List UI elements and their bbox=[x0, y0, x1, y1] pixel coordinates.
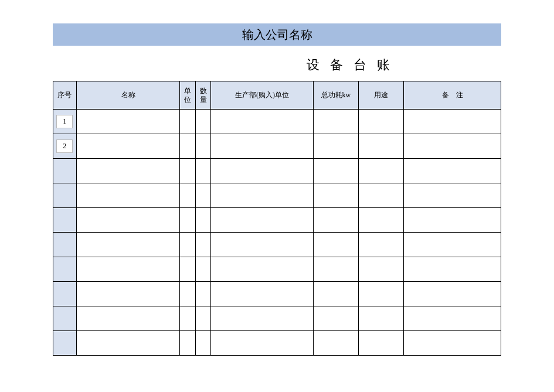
cell-use bbox=[359, 282, 404, 306]
cell-unit bbox=[180, 233, 195, 257]
cell-seq bbox=[53, 208, 77, 233]
cell-use bbox=[359, 110, 404, 134]
cell-name bbox=[76, 110, 180, 134]
cell-name bbox=[76, 257, 180, 282]
header-qty: 数量 bbox=[195, 81, 210, 110]
cell-name bbox=[76, 233, 180, 257]
cell-name bbox=[76, 282, 180, 306]
equipment-ledger-table: 序号 名称 单位 数量 生产部(购入)单位 总功耗kw 用途 备 注 12 bbox=[53, 81, 501, 356]
cell-note bbox=[404, 183, 501, 208]
cell-unit bbox=[180, 159, 195, 183]
cell-seq: 1 bbox=[53, 110, 77, 134]
cell-use bbox=[359, 183, 404, 208]
company-title: 输入公司名称 bbox=[242, 27, 312, 43]
cell-qty bbox=[195, 159, 210, 183]
cell-dept bbox=[211, 257, 313, 282]
cell-unit bbox=[180, 134, 195, 159]
table-row: 2 bbox=[53, 134, 501, 159]
cell-unit bbox=[180, 110, 195, 134]
cell-unit bbox=[180, 183, 195, 208]
header-unit: 单位 bbox=[180, 81, 195, 110]
cell-power bbox=[313, 208, 358, 233]
cell-note bbox=[404, 331, 501, 356]
cell-use bbox=[359, 134, 404, 159]
header-use: 用途 bbox=[359, 81, 404, 110]
cell-note bbox=[404, 306, 501, 331]
cell-name bbox=[76, 134, 180, 159]
header-name: 名称 bbox=[76, 81, 180, 110]
cell-qty bbox=[195, 282, 210, 306]
cell-qty bbox=[195, 208, 210, 233]
header-note: 备 注 bbox=[404, 81, 501, 110]
cell-unit bbox=[180, 306, 195, 331]
cell-qty bbox=[195, 183, 210, 208]
cell-power bbox=[313, 134, 358, 159]
cell-seq bbox=[53, 331, 77, 356]
cell-use bbox=[359, 257, 404, 282]
cell-power bbox=[313, 159, 358, 183]
cell-seq bbox=[53, 257, 77, 282]
header-seq: 序号 bbox=[53, 81, 77, 110]
table-row bbox=[53, 257, 501, 282]
table-header-row: 序号 名称 单位 数量 生产部(购入)单位 总功耗kw 用途 备 注 bbox=[53, 81, 501, 110]
cell-unit bbox=[180, 331, 195, 356]
cell-seq bbox=[53, 306, 77, 331]
cell-seq bbox=[53, 159, 77, 183]
table-row bbox=[53, 306, 501, 331]
table-row bbox=[53, 159, 501, 183]
cell-seq: 2 bbox=[53, 134, 77, 159]
cell-qty bbox=[195, 331, 210, 356]
cell-dept bbox=[211, 233, 313, 257]
cell-use bbox=[359, 159, 404, 183]
cell-name bbox=[76, 183, 180, 208]
cell-dept bbox=[211, 110, 313, 134]
cell-name bbox=[76, 331, 180, 356]
table-row: 1 bbox=[53, 110, 501, 134]
cell-dept bbox=[211, 134, 313, 159]
cell-use bbox=[359, 233, 404, 257]
cell-dept bbox=[211, 282, 313, 306]
cell-power bbox=[313, 110, 358, 134]
cell-qty bbox=[195, 134, 210, 159]
cell-power bbox=[313, 233, 358, 257]
table-row bbox=[53, 331, 501, 356]
cell-qty bbox=[195, 233, 210, 257]
table-row bbox=[53, 183, 501, 208]
header-dept: 生产部(购入)单位 bbox=[211, 81, 313, 110]
cell-dept bbox=[211, 183, 313, 208]
cell-seq bbox=[53, 183, 77, 208]
table-row bbox=[53, 233, 501, 257]
cell-qty bbox=[195, 306, 210, 331]
cell-note bbox=[404, 282, 501, 306]
cell-dept bbox=[211, 306, 313, 331]
cell-note bbox=[404, 208, 501, 233]
cell-power bbox=[313, 257, 358, 282]
cell-use bbox=[359, 306, 404, 331]
cell-name bbox=[76, 208, 180, 233]
cell-use bbox=[359, 208, 404, 233]
cell-name bbox=[76, 159, 180, 183]
cell-dept bbox=[211, 208, 313, 233]
seq-number: 2 bbox=[56, 139, 73, 153]
cell-power bbox=[313, 331, 358, 356]
cell-note bbox=[404, 233, 501, 257]
cell-power bbox=[313, 183, 358, 208]
header-power: 总功耗kw bbox=[313, 81, 358, 110]
table-row bbox=[53, 282, 501, 306]
cell-unit bbox=[180, 257, 195, 282]
cell-seq bbox=[53, 233, 77, 257]
cell-power bbox=[313, 282, 358, 306]
cell-name bbox=[76, 306, 180, 331]
table-row bbox=[53, 208, 501, 233]
cell-seq bbox=[53, 282, 77, 306]
cell-qty bbox=[195, 110, 210, 134]
cell-dept bbox=[211, 331, 313, 356]
ledger-subtitle: 设备台账 bbox=[53, 56, 501, 74]
seq-number: 1 bbox=[56, 115, 73, 128]
cell-note bbox=[404, 257, 501, 282]
cell-use bbox=[359, 331, 404, 356]
cell-unit bbox=[180, 282, 195, 306]
company-title-bar: 输入公司名称 bbox=[53, 23, 501, 46]
cell-note bbox=[404, 159, 501, 183]
cell-power bbox=[313, 306, 358, 331]
